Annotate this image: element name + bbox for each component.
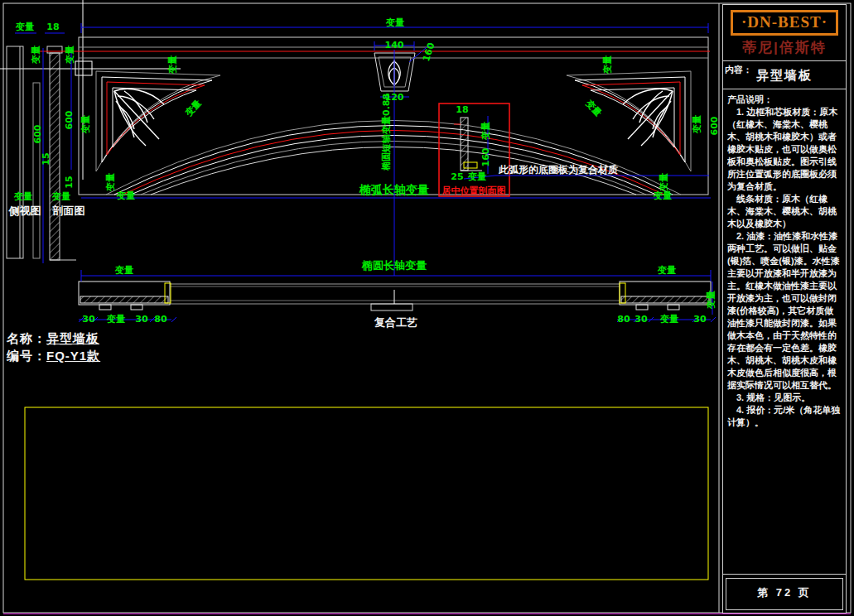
dim-label: 80 bbox=[617, 314, 630, 325]
dim-label: 变量 bbox=[659, 314, 678, 325]
corner-panel-right bbox=[567, 71, 691, 171]
dim-label: 30 bbox=[82, 314, 95, 325]
dim-label: 复合工艺 bbox=[374, 316, 417, 329]
dim-label: 15 bbox=[64, 176, 75, 188]
dim-label: 变量 bbox=[183, 98, 204, 119]
dim-label: 80 bbox=[154, 314, 167, 325]
dim-label: 变量 bbox=[692, 115, 702, 134]
dim-label: 变量 bbox=[13, 191, 32, 202]
dim-label: 变量 bbox=[116, 190, 135, 201]
dim-label: 变量 bbox=[583, 97, 604, 118]
description-paragraph: 2. 油漆：油性漆和水性漆两种工艺。可以做旧、贴金(银)箔、喷金(银)漆。水性漆… bbox=[727, 230, 842, 392]
dim-label: 变量 bbox=[657, 265, 676, 276]
dim-label: 15 bbox=[41, 152, 51, 165]
dim-label: 600 bbox=[709, 116, 720, 135]
code-value: FQ-Y1款 bbox=[46, 349, 100, 363]
dim-label: 变量 bbox=[467, 171, 486, 182]
dim-label: 椭圆短轴变量0.88 bbox=[381, 94, 392, 171]
yellow-frame bbox=[25, 407, 708, 580]
drawing-code-line: 编号：FQ-Y1款 bbox=[7, 347, 100, 364]
dim-label: 椭弧长轴变量 bbox=[359, 183, 429, 196]
content-row: 内容： 异型墙板 bbox=[723, 61, 846, 89]
description-paragraph: 3. 规格：见图示。 bbox=[727, 392, 842, 404]
plan-view bbox=[79, 282, 711, 310]
brand-name-cn: 蒂尼|倍斯特 bbox=[723, 38, 846, 57]
corner-panel-left bbox=[96, 71, 220, 171]
dim-label: 变量 bbox=[602, 55, 613, 75]
plan-end-left bbox=[79, 282, 171, 310]
dim-label: 变量 bbox=[105, 173, 116, 192]
description-paragraph: 1. 边框和芯板材质：原木（红橡木、海棠木、樱桃木、胡桃木和橡胶木）或者橡胶木贴… bbox=[727, 106, 842, 193]
drawing-name-line: 名称：异型墙板 bbox=[7, 330, 100, 347]
name-label: 名称： bbox=[7, 331, 46, 345]
title-panel: ·DN-BEST· 蒂尼|倍斯特 内容： 异型墙板 产品说明： 1. 边框和芯板… bbox=[722, 4, 847, 614]
description-title: 产品说明： bbox=[727, 94, 842, 106]
dim-label: 30 bbox=[693, 314, 707, 325]
dim-label: 变量 bbox=[385, 17, 404, 28]
dim-label: 140 bbox=[385, 40, 404, 51]
plan-end-right bbox=[620, 282, 711, 310]
dim-label: 变量 bbox=[659, 173, 669, 192]
dim-label: 变量 bbox=[51, 191, 70, 202]
description-paragraph: 4. 报价：元/米（角花单独计算）。 bbox=[727, 404, 842, 429]
dim-label: 变量 bbox=[106, 314, 125, 325]
dim-label: 椭圆长轴变量 bbox=[361, 259, 427, 272]
dim-label: 变量 bbox=[65, 46, 75, 65]
dim-label: 600 bbox=[32, 124, 43, 143]
brand-logo: ·DN-BEST· bbox=[731, 10, 838, 36]
dim-label: 30 bbox=[135, 314, 148, 325]
dim-label: 此弧形的底圈板为复合材质 bbox=[498, 164, 618, 176]
dim-label: 160 bbox=[480, 147, 491, 166]
cad-application-window: { "colors":{"dim_green":"#00e800","dim_b… bbox=[0, 0, 854, 616]
section-view-geometry bbox=[47, 46, 76, 260]
dim-label: 600 bbox=[64, 110, 75, 129]
product-description: 产品说明： 1. 边框和芯板材质：原木（红橡木、海棠木、樱桃木、胡桃木和橡胶木）… bbox=[727, 94, 842, 481]
dim-label: 160 bbox=[421, 41, 437, 63]
dim-label: 18 bbox=[456, 104, 468, 115]
drawing-title-block: 名称：异型墙板 编号：FQ-Y1款 bbox=[7, 330, 100, 364]
code-label: 编号： bbox=[7, 349, 46, 363]
dim-label: 变量 bbox=[480, 122, 491, 141]
dim-label: 30 bbox=[634, 314, 648, 325]
dim-label: 变量 bbox=[167, 55, 178, 75]
dim-label: 18 bbox=[46, 22, 59, 32]
dim-label: 变量 bbox=[31, 46, 41, 65]
brand-logo-text: ·DN-BEST· bbox=[741, 13, 827, 31]
dim-label: 25 bbox=[451, 171, 463, 182]
content-title: 异型墙板 bbox=[723, 68, 846, 84]
dim-label: 变量 bbox=[15, 22, 34, 32]
description-paragraph: 线条材质：原木（红橡木、海棠木、樱桃木、胡桃木以及橡胶木） bbox=[727, 193, 842, 230]
dim-label: 变量 bbox=[80, 115, 91, 134]
side-view-geometry bbox=[7, 46, 40, 258]
dim-label: 变量 bbox=[706, 291, 716, 310]
page-number: 第 72 页 bbox=[726, 578, 843, 610]
dim-label: 居中位置剖面图 bbox=[441, 185, 506, 196]
dim-label: 剖面图 bbox=[52, 205, 85, 217]
dim-label: 变量 bbox=[114, 265, 133, 276]
panel-footer: 第 72 页 bbox=[723, 574, 846, 613]
annotation-labels: 变量18变量140160120椭圆短轴变量0.88椭弧长轴变量变量变量变量变量变… bbox=[8, 17, 721, 329]
dim-label: 侧视图 bbox=[8, 205, 41, 217]
dim-label: 变量 bbox=[653, 190, 672, 201]
plan-center-notch bbox=[371, 304, 413, 310]
name-value: 异型墙板 bbox=[46, 331, 99, 345]
